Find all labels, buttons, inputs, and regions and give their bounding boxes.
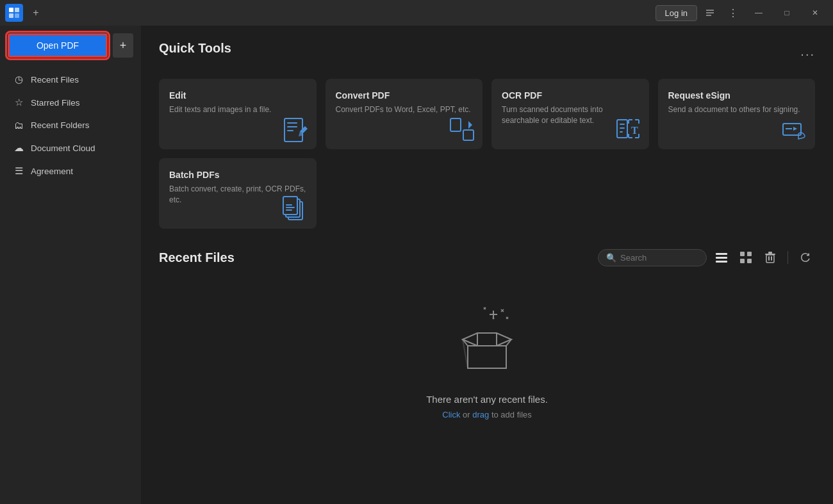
edit-tool-icon: [282, 115, 308, 140]
open-pdf-button[interactable]: Open PDF: [8, 33, 108, 58]
close-button[interactable]: ✕: [802, 3, 828, 23]
svg-rect-12: [620, 127, 625, 129]
tool-card-batch[interactable]: Batch PDFs Batch convert, create, print,…: [159, 158, 317, 229]
tool-edit-title: Edit: [169, 90, 306, 101]
svg-rect-28: [747, 259, 752, 263]
notifications-icon[interactable]: [700, 3, 720, 23]
search-box[interactable]: 🔍: [598, 249, 707, 266]
svg-rect-9: [463, 130, 474, 140]
tool-card-esign[interactable]: Request eSign Send a document to others …: [658, 79, 816, 149]
sidebar-top: Open PDF +: [0, 33, 141, 68]
tool-edit-desc: Edit texts and images in a file.: [169, 104, 306, 115]
svg-text:T: T: [631, 125, 638, 136]
batch-tool-icon: [282, 194, 308, 220]
tool-ocr-title: OCR PDF: [502, 90, 639, 101]
svg-rect-26: [747, 252, 752, 256]
refresh-button[interactable]: [796, 248, 815, 267]
main-layout: Open PDF + ◷ Recent Files ☆ Starred File…: [0, 26, 833, 504]
svg-rect-27: [740, 259, 745, 263]
tool-card-convert[interactable]: Convert PDF Convert PDFs to Word, Excel,…: [326, 79, 483, 149]
quick-tools-more-button[interactable]: ···: [800, 47, 815, 61]
empty-subtitle: Click or drag to add files: [442, 410, 532, 419]
esign-tool-icon: [780, 115, 806, 140]
svg-rect-13: [620, 131, 623, 133]
svg-line-46: [463, 339, 468, 368]
svg-rect-23: [716, 257, 727, 259]
svg-rect-21: [286, 209, 292, 211]
titlebar: + Log in ⋮ — □ ✕: [0, 0, 833, 26]
content-area: Quick Tools ··· Edit Edit texts and imag…: [141, 26, 833, 504]
empty-title: There aren't any recent files.: [426, 394, 548, 405]
login-button[interactable]: Log in: [656, 5, 697, 21]
sidebar-label-agreement: Agreement: [31, 167, 73, 176]
tool-convert-title: Convert PDF: [336, 90, 473, 101]
search-icon: 🔍: [606, 253, 616, 263]
svg-rect-32: [768, 256, 770, 261]
more-options-icon[interactable]: ⋮: [723, 3, 743, 23]
empty-state: There aren't any recent files. Click or …: [159, 279, 815, 445]
svg-rect-8: [450, 118, 461, 131]
tools-grid: Edit Edit texts and images in a file.: [159, 79, 815, 229]
controls-divider: [788, 251, 788, 264]
sidebar-item-document-cloud[interactable]: ☁ Document Cloud: [5, 136, 136, 159]
tool-batch-title: Batch PDFs: [169, 170, 306, 180]
titlebar-right: Log in ⋮ — □ ✕: [656, 3, 828, 23]
search-input[interactable]: [620, 253, 697, 263]
starred-files-icon: ☆: [13, 97, 24, 108]
grid-view-button[interactable]: [736, 248, 755, 267]
quick-tools-title: Quick Tools: [159, 41, 231, 56]
titlebar-left: +: [5, 4, 44, 22]
recent-files-title: Recent Files: [159, 250, 235, 265]
tool-card-convert-text: Convert PDF Convert PDFs to Word, Excel,…: [336, 90, 473, 115]
svg-rect-33: [771, 256, 772, 261]
sidebar-label-recent-folders: Recent Folders: [31, 120, 90, 130]
sidebar-label-document-cloud: Document Cloud: [31, 143, 95, 153]
sidebar-label-starred-files: Starred Files: [31, 98, 80, 108]
minimize-button[interactable]: —: [746, 3, 771, 23]
svg-rect-11: [620, 124, 625, 125]
sidebar-item-recent-files[interactable]: ◷ Recent Files: [5, 68, 136, 91]
or-text: or: [463, 410, 472, 419]
tool-esign-title: Request eSign: [668, 90, 805, 101]
svg-point-43: [493, 318, 495, 320]
suffix-text: to add files: [491, 410, 532, 419]
maximize-button[interactable]: □: [774, 3, 800, 23]
tool-card-edit-text: Edit Edit texts and images in a file.: [169, 90, 306, 115]
quick-tools-header: Quick Tools ···: [159, 41, 815, 67]
svg-rect-31: [766, 255, 774, 263]
drag-link[interactable]: drag: [472, 410, 489, 419]
agreement-icon: ☰: [13, 165, 24, 177]
svg-rect-19: [286, 204, 292, 206]
svg-rect-6: [287, 126, 297, 127]
sidebar: Open PDF + ◷ Recent Files ☆ Starred File…: [0, 26, 141, 504]
ocr-tool-icon: T: [614, 115, 640, 140]
svg-rect-5: [287, 122, 297, 124]
delete-button[interactable]: [761, 248, 780, 267]
app-icon: [5, 4, 23, 22]
svg-rect-7: [287, 130, 293, 131]
tool-convert-desc: Convert PDFs to Word, Excel, PPT, etc.: [336, 104, 473, 115]
svg-rect-0: [9, 8, 13, 12]
svg-rect-20: [286, 207, 295, 208]
tool-card-ocr[interactable]: OCR PDF Turn scanned documents into sear…: [491, 79, 649, 149]
recent-files-icon: ◷: [13, 74, 24, 85]
sidebar-label-recent-files: Recent Files: [31, 75, 79, 85]
sidebar-add-button[interactable]: +: [113, 33, 133, 58]
click-link[interactable]: Click: [442, 410, 460, 419]
document-cloud-icon: ☁: [13, 142, 24, 154]
sidebar-item-recent-folders[interactable]: 🗂 Recent Folders: [5, 114, 136, 136]
sidebar-item-agreement[interactable]: ☰ Agreement: [5, 159, 136, 183]
svg-rect-1: [15, 8, 19, 12]
recent-files-header: Recent Files 🔍: [159, 248, 815, 267]
tool-card-esign-text: Request eSign Send a document to others …: [668, 90, 805, 115]
sidebar-item-starred-files[interactable]: ☆ Starred Files: [5, 91, 136, 114]
svg-rect-4: [285, 118, 302, 142]
svg-rect-2: [9, 13, 13, 18]
list-view-button[interactable]: [712, 248, 731, 267]
new-tab-button[interactable]: +: [28, 5, 44, 20]
convert-tool-icon: [448, 115, 474, 140]
recent-files-controls: 🔍: [598, 248, 815, 267]
tool-card-edit[interactable]: Edit Edit texts and images in a file.: [159, 79, 317, 149]
svg-rect-30: [768, 252, 772, 254]
svg-rect-25: [740, 252, 745, 256]
